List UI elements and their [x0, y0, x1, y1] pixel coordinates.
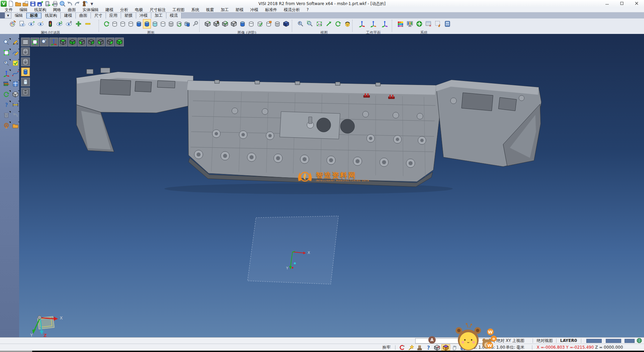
delete-graphics-button[interactable] — [167, 19, 175, 29]
workplane-align-button[interactable] — [368, 19, 379, 29]
menu-item-7[interactable]: 分析 — [117, 7, 131, 12]
zoom-elements-button[interactable] — [2, 38, 11, 47]
menu-item-13[interactable]: 加工 — [217, 7, 232, 12]
tab-线架构[interactable]: 线架构 — [42, 12, 61, 18]
shaded-cylinder-button[interactable] — [135, 19, 143, 29]
view-right-button[interactable] — [106, 38, 114, 46]
shade-plus-minus-button[interactable]: ± — [229, 19, 238, 29]
undo-left-button[interactable] — [11, 111, 20, 120]
absolute-view-label[interactable]: 绝对视图 — [537, 338, 553, 344]
shade-verify-button[interactable] — [256, 19, 264, 29]
view-direction-button[interactable] — [324, 19, 333, 29]
tab-建模[interactable]: 建模 — [61, 12, 76, 18]
lock-clamp-button[interactable] — [398, 344, 407, 351]
attribute-stamp-button[interactable] — [415, 344, 424, 351]
wireframe-cylinder-3-button[interactable] — [127, 19, 135, 29]
tab-编辑[interactable]: 编辑 — [11, 12, 26, 18]
view-mode-label[interactable]: 绝对 XY 上视图 — [496, 338, 524, 344]
navigation-wheel-button[interactable] — [2, 121, 11, 130]
menu-item-18[interactable]: ? — [303, 7, 312, 12]
menu-item-1[interactable]: 编辑 — [16, 7, 31, 12]
shaded-cylinder-selected-button[interactable] — [143, 19, 151, 29]
menu-item-9[interactable]: 尺寸标注 — [146, 7, 169, 12]
visibility-remove-button[interactable] — [83, 19, 93, 29]
copy-graphics-button[interactable] — [183, 19, 191, 29]
layer-properties-button[interactable] — [2, 80, 11, 88]
recycle-graphics-button[interactable] — [175, 19, 183, 29]
view-fit-button[interactable] — [31, 38, 39, 46]
menu-item-15[interactable]: 冲模 — [247, 7, 262, 12]
shade-flag-button[interactable] — [264, 19, 273, 29]
table-settings-button[interactable]: ✕ — [424, 19, 433, 29]
shade-add-button[interactable]: + — [203, 19, 212, 29]
menu-item-8[interactable]: 电极 — [131, 7, 146, 12]
fit-view-button[interactable] — [2, 48, 11, 57]
measure-button[interactable] — [11, 100, 20, 109]
tab-标准[interactable]: 标准 — [26, 12, 42, 18]
view-iso-button[interactable] — [115, 38, 124, 46]
filter-add-button[interactable]: + — [27, 19, 36, 29]
attributes-modify-button[interactable] — [8, 19, 17, 29]
render-wireframe-button[interactable] — [21, 47, 30, 56]
tab-模流[interactable]: 模流 — [166, 12, 181, 18]
menu-item-3[interactable]: 网格 — [50, 7, 64, 12]
solid-cube-button[interactable] — [11, 90, 20, 99]
workplane-axis-button[interactable] — [2, 69, 11, 78]
active-layer-label[interactable]: LAYER0 — [560, 338, 577, 344]
units-label[interactable]: 单位: 毫米 — [506, 344, 525, 351]
view-bottom-button[interactable] — [68, 38, 77, 46]
curve-edit-button[interactable] — [11, 69, 20, 78]
menu-item-4[interactable]: 曲面 — [64, 7, 79, 12]
view-top-button[interactable] — [59, 38, 67, 46]
tab-尺寸[interactable]: 尺寸 — [91, 12, 106, 18]
workplane-origin-button[interactable] — [356, 19, 368, 29]
delete-button[interactable] — [2, 111, 11, 120]
filter-refresh-button[interactable] — [55, 19, 64, 29]
grid-toggle-button[interactable] — [459, 344, 468, 351]
3d-viewport[interactable]: X Y X Y Z — [19, 34, 644, 337]
wireframe-cylinder-1-button[interactable] — [111, 19, 119, 29]
close-button[interactable] — [629, 0, 644, 7]
context-help-button[interactable]: ? — [424, 344, 433, 351]
shade-mesh-button[interactable] — [273, 19, 282, 29]
workplane-indicator-button[interactable] — [441, 344, 450, 351]
view-rotate-button[interactable] — [333, 19, 343, 29]
tab-冲模[interactable]: 冲模 — [136, 12, 151, 18]
menu-item-16[interactable]: 标准件 — [262, 7, 280, 12]
menu-item-5[interactable]: 实体编辑 — [79, 7, 102, 12]
sketch-edit-button[interactable] — [11, 48, 20, 57]
search-icon[interactable] — [491, 339, 495, 344]
flat-cylinder-button[interactable] — [159, 19, 167, 29]
tab-应用[interactable]: 应用 — [106, 12, 121, 18]
color-palette-button[interactable] — [396, 19, 405, 29]
wireframe-cylinder-2-button[interactable] — [119, 19, 127, 29]
shade-solid-button[interactable] — [238, 19, 247, 29]
display-settings-button[interactable] — [405, 19, 415, 29]
view-ucs-button[interactable] — [49, 38, 58, 46]
view-left-button[interactable] — [96, 38, 105, 46]
menu-item-14[interactable]: 塑模 — [232, 7, 247, 12]
filter-traffic-button[interactable] — [46, 19, 55, 29]
render-wireframe-hidden-button[interactable] — [21, 57, 30, 66]
zoom-dynamic-button[interactable]: ± — [2, 59, 11, 68]
confirm-checkbox-button[interactable] — [11, 59, 20, 68]
menu-item-17[interactable]: 模流分析 — [280, 7, 303, 12]
render-hidden-line-button[interactable] — [21, 88, 30, 96]
tab-加工[interactable]: 加工 — [151, 12, 166, 18]
view-zoom-selected-button[interactable] — [40, 38, 49, 46]
tab-dropdown-button[interactable]: ▼ — [5, 12, 11, 18]
translucent-cylinder-button[interactable] — [151, 19, 159, 29]
view-shading-button[interactable] — [343, 19, 352, 29]
tab-曲面[interactable]: 曲面 — [76, 12, 91, 18]
render-shaded-edges-button[interactable] — [21, 78, 30, 86]
zoom-window-button[interactable] — [305, 19, 315, 29]
render-shaded-button[interactable] — [21, 68, 30, 76]
menu-item-12[interactable]: 视窗 — [203, 7, 217, 12]
disable-solid-button[interactable]: ✕ — [433, 344, 441, 351]
shade-cube-button[interactable] — [282, 19, 290, 29]
filter-remove-button[interactable]: - — [36, 19, 46, 29]
zoom-in-out-button[interactable]: ± — [296, 19, 305, 29]
regenerate-button[interactable] — [2, 90, 11, 99]
shade-traffic-button[interactable] — [212, 19, 221, 29]
pick-glove-button[interactable] — [450, 344, 459, 351]
